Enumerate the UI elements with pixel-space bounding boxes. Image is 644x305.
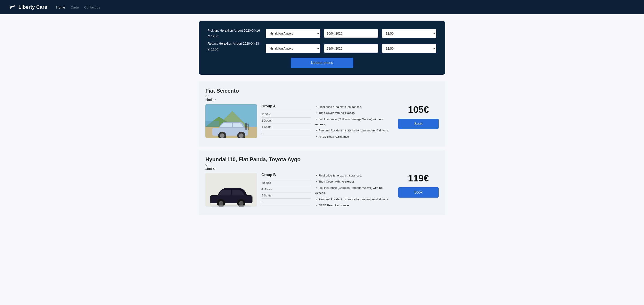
car-price-book-2: 119€ Book (398, 173, 438, 198)
car-specs-list-1: 1100cc 2 Doors 4 Seats - (262, 111, 311, 136)
car-specs-list-2: 1000cc 4 Doors 5 Seats - (262, 180, 311, 205)
car-card-1: Fiat Seicento or similar (199, 82, 445, 146)
return-location-select[interactable]: Heraklion Airport Chania Airport Rethymn… (266, 44, 320, 53)
car-or-2: or (206, 162, 208, 166)
svg-rect-10 (245, 124, 247, 130)
svg-point-13 (247, 124, 249, 125)
feature-1-4: ✓ Personal Accident Insurance for passen… (315, 128, 394, 133)
car-similar-2: similar (206, 167, 438, 171)
search-labels: Pick up: Heraklion Airport 2020-04-16 at… (208, 28, 262, 54)
car-features-2: ✓ Final price & no extra insurances. ✓ T… (315, 173, 394, 209)
brand: Liberty Cars (9, 4, 47, 11)
nav-crete[interactable]: Crete (70, 6, 79, 9)
book-button-1[interactable]: Book (398, 119, 438, 129)
feature-2-4: ✓ Personal Accident Insurance for passen… (315, 197, 394, 202)
return-time-select[interactable]: 12:00 (382, 44, 436, 53)
svg-rect-15 (210, 195, 252, 203)
bird-icon (9, 4, 16, 11)
nav-home[interactable]: Home (56, 6, 65, 9)
car-features-1: ✓ Final price & no extra insurances. ✓ T… (315, 104, 394, 140)
svg-point-11 (245, 123, 247, 125)
spec-doors-2: 4 Doors (262, 186, 311, 192)
car-similar-1: similar (206, 98, 438, 102)
spec-engine-2: 1000cc (262, 180, 311, 186)
pickup-label: Pick up: Heraklion Airport 2020-04-16 at… (208, 28, 262, 39)
cards-section: Fiat Seicento or similar (199, 82, 445, 219)
svg-rect-12 (248, 125, 249, 130)
update-btn-row: Update prices (208, 58, 436, 68)
car-header-2: Hyundai i10, Fiat Panda, Toyota Aygo or … (206, 156, 438, 171)
car-group-1: Group A (262, 104, 311, 108)
spec-engine-1: 1100cc (262, 111, 311, 118)
car-row-1: Group A 1100cc 2 Doors 4 Seats - ✓ Final… (206, 104, 438, 140)
svg-point-19 (239, 201, 244, 206)
car-specs-2: Group B 1000cc 4 Doors 5 Seats - (262, 173, 311, 205)
car-header-1: Fiat Seicento or similar (206, 88, 438, 102)
nav-links: Home Crete Contact us (56, 6, 100, 9)
feature-2-5: ✓ FREE Road Assistance (315, 203, 394, 208)
car-svg-1 (206, 104, 257, 138)
feature-2-1: ✓ Final price & no extra insurances. (315, 173, 394, 178)
car-price-book-1: 105€ Book (398, 104, 438, 129)
search-section: Pick up: Heraklion Airport 2020-04-16 at… (199, 21, 445, 75)
svg-point-7 (220, 134, 224, 138)
pickup-time-select[interactable]: 12:00 (382, 29, 436, 38)
svg-point-9 (239, 134, 244, 138)
update-prices-button[interactable]: Update prices (290, 58, 354, 68)
return-label: Return: Heraklion Airport 2020-04-23 at … (208, 41, 262, 52)
spec-extra-1: - (262, 130, 311, 136)
spec-seats-2: 5 Seats (262, 192, 311, 199)
car-group-2: Group B (262, 173, 311, 177)
pickup-date-input[interactable] (324, 29, 378, 38)
feature-2-3: ✓ Full Insurance (Collision Damage Waive… (315, 185, 394, 196)
feature-1-3: ✓ Full Insurance (Collision Damage Waive… (315, 116, 394, 127)
feature-2-2: ✓ Theft Cover with no excess. (315, 179, 394, 184)
car-or-1: or (206, 94, 208, 98)
brand-name: Liberty Cars (18, 4, 47, 10)
car-card-2: Hyundai i10, Fiat Panda, Toyota Aygo or … (199, 150, 445, 215)
nav-contact[interactable]: Contact us (84, 6, 100, 9)
feature-1-1: ✓ Final price & no extra insurances. (315, 104, 394, 110)
navbar: Liberty Cars Home Crete Contact us (0, 0, 644, 14)
return-date-input[interactable] (324, 44, 378, 53)
pickup-location-select[interactable]: Heraklion Airport Chania Airport Rethymn… (266, 29, 320, 38)
car-specs-1: Group A 1100cc 2 Doors 4 Seats - (262, 104, 311, 136)
feature-1-2: ✓ Theft Cover with no excess. (315, 110, 394, 116)
car-image-1 (206, 104, 257, 138)
car-svg-2 (206, 173, 257, 206)
feature-1-5: ✓ FREE Road Assistance (315, 134, 394, 139)
book-button-2[interactable]: Book (398, 187, 438, 198)
svg-rect-4 (206, 121, 219, 127)
car-price-2: 119€ (408, 173, 429, 184)
car-name-1: Fiat Seicento (206, 88, 438, 94)
spec-seats-1: 4 Seats (262, 124, 311, 130)
car-price-1: 105€ (408, 104, 429, 115)
svg-point-17 (219, 201, 223, 206)
spec-doors-1: 2 Doors (262, 118, 311, 124)
car-row-2: Group B 1000cc 4 Doors 5 Seats - ✓ Final… (206, 173, 438, 209)
car-image-2 (206, 173, 257, 206)
car-name-2: Hyundai i10, Fiat Panda, Toyota Aygo (206, 156, 438, 162)
spec-extra-2: - (262, 199, 311, 205)
